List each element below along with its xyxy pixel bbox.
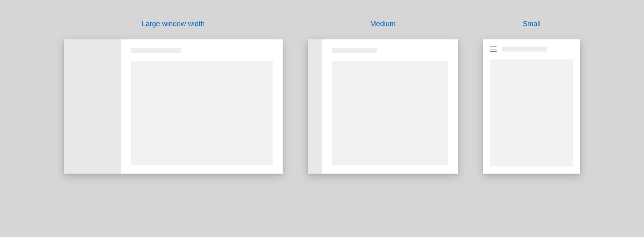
window-medium — [308, 39, 458, 174]
variant-small: Small — [483, 20, 580, 174]
content-placeholder — [332, 61, 448, 165]
content-placeholder — [131, 61, 273, 165]
responsive-layout-diagram: Large window width Medium Small — [0, 0, 644, 174]
content-area-medium — [322, 39, 458, 174]
title-placeholder — [332, 48, 377, 53]
content-area-large — [121, 39, 283, 174]
title-placeholder — [131, 48, 181, 53]
window-small — [483, 39, 580, 174]
hamburger-menu-icon[interactable] — [490, 47, 497, 52]
header-row-medium — [332, 48, 448, 53]
variant-large: Large window width — [64, 20, 283, 174]
variant-label-medium: Medium — [370, 20, 395, 28]
content-placeholder — [490, 59, 573, 166]
title-placeholder — [502, 47, 547, 52]
content-area-small — [483, 39, 580, 174]
header-row-large — [131, 48, 273, 53]
variant-label-large: Large window width — [142, 20, 205, 28]
nav-pane-expanded — [64, 39, 121, 174]
window-large — [64, 39, 283, 174]
header-row-small — [490, 47, 573, 52]
variant-medium: Medium — [308, 20, 458, 174]
nav-pane-compact — [308, 39, 322, 174]
variant-label-small: Small — [523, 20, 541, 28]
